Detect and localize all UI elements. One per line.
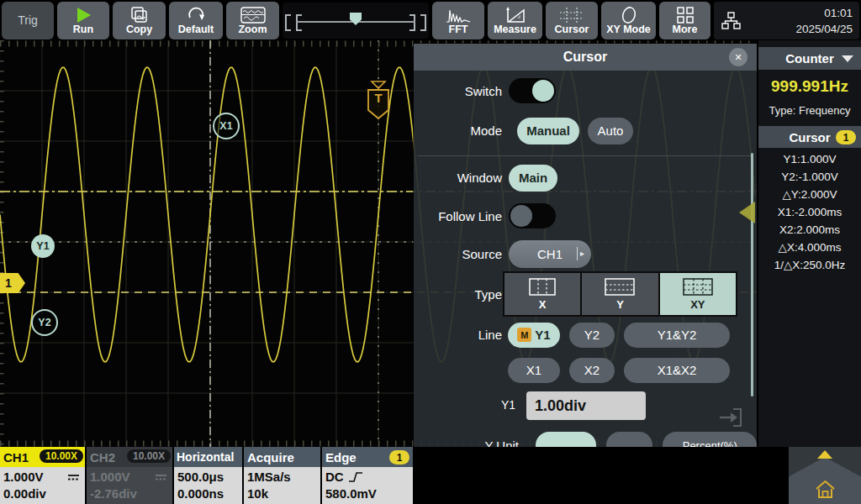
horizontal-scale: 500.0μs	[177, 469, 239, 486]
trigger-marker[interactable]: T	[365, 81, 392, 121]
zoom-icon	[240, 7, 266, 24]
fft-button[interactable]: FFT	[432, 2, 484, 39]
line-y1y2-button[interactable]: Y1&Y2	[624, 323, 730, 348]
trigger-level: 580.0mV	[325, 486, 409, 502]
m-knob-badge: M	[517, 328, 531, 342]
default-button[interactable]: Default	[169, 2, 223, 39]
window-main-button[interactable]: Main	[509, 165, 557, 192]
trigger-block[interactable]: Edge 1 DC 580.0mV	[322, 447, 413, 504]
line-label: Line	[414, 328, 502, 342]
line-x2-button[interactable]: X2	[569, 358, 615, 383]
corner-menu	[789, 447, 861, 504]
zoom-button[interactable]: Zoom	[226, 2, 279, 39]
run-button[interactable]: Run	[57, 2, 109, 39]
results-panel: Counter 999.991Hz Type: Frequency Cursor…	[758, 40, 861, 447]
line-x2-text: X2	[584, 363, 600, 377]
slider-outer-left-bracket	[285, 14, 291, 31]
zoom-label: Zoom	[238, 24, 267, 35]
more-label: More	[673, 24, 698, 35]
home-icon[interactable]	[814, 479, 837, 501]
cursor-readouts: Y1:1.000V Y2:-1.000V △Y:2.000V X1:-2.000…	[758, 150, 861, 274]
window-main-text: Main	[519, 171, 547, 185]
readout-y1: Y1:1.000V	[758, 150, 861, 168]
measure-button[interactable]: Measure	[488, 2, 542, 39]
readout-delta-y: △Y:2.000V	[758, 186, 861, 203]
cursor-x1-handle[interactable]: X1	[213, 113, 240, 139]
counter-title: Counter	[785, 51, 834, 66]
dialog-scrollbar[interactable]	[751, 153, 753, 396]
line-y1-button[interactable]: M Y1	[508, 323, 560, 348]
ch1-offset: 0.00div	[3, 486, 82, 502]
ch1-block[interactable]: CH1 10.00X 1.000V 0.00div	[0, 447, 85, 504]
xy-ellipse-icon	[618, 7, 640, 24]
mode-manual-button[interactable]: Manual	[517, 118, 579, 144]
cursor-y2-handle[interactable]: Y2	[31, 309, 58, 336]
ch1-probe-badge: 10.00X	[40, 449, 83, 463]
cursor-y1-text: Y1	[36, 240, 49, 252]
window-label: Window	[414, 171, 502, 185]
slider-inner-right-bracket	[409, 14, 415, 31]
panel-expand-arrow[interactable]	[739, 202, 755, 223]
measure-icon	[504, 7, 526, 24]
play-icon	[74, 7, 92, 24]
ch2-scale: 1.000V	[90, 469, 130, 486]
switch-label: Switch	[414, 84, 502, 98]
mode-auto-text: Auto	[598, 123, 624, 138]
mode-auto-button[interactable]: Auto	[588, 118, 633, 144]
more-button[interactable]: More	[659, 2, 710, 39]
cursor-dialog: Cursor ✕ Switch Mode Manual Auto Window …	[414, 44, 757, 447]
readout-y2: Y2:-1.000V	[758, 168, 861, 186]
line-x1-text: X1	[526, 363, 541, 377]
cursor-button[interactable]: Cursor	[546, 2, 598, 39]
line-x1x2-button[interactable]: X1&X2	[624, 358, 730, 383]
cursor-label: Cursor	[555, 24, 589, 35]
copy-label: Copy	[126, 24, 152, 35]
y1-value-field[interactable]: 1.00div	[526, 391, 646, 420]
dc-coupling-icon	[155, 474, 167, 481]
line-y2-button[interactable]: Y2	[569, 323, 615, 348]
follow-line-toggle[interactable]	[509, 203, 556, 228]
xy-mode-button[interactable]: XY Mode	[601, 2, 656, 39]
ch2-block[interactable]: CH2 10.00X 1.000V -2.76div	[87, 447, 172, 504]
counter-section-header[interactable]: Counter	[758, 47, 861, 70]
collapse-up-icon[interactable]	[817, 450, 832, 459]
y-unit-option2-button[interactable]	[606, 432, 653, 447]
horizontal-block[interactable]: Horizontal 500.0μs 0.000ns	[174, 447, 242, 504]
y-unit-percent-button[interactable]: Percent(%)	[663, 432, 757, 447]
copy-button[interactable]: Copy	[113, 2, 166, 39]
slider-thumb[interactable]	[350, 13, 362, 25]
acquire-block[interactable]: Acquire 1MSa/s 10k	[244, 447, 320, 504]
slider-inner-left-bracket	[296, 14, 302, 31]
cursor-y1-handle[interactable]: Y1	[31, 234, 55, 258]
follow-line-label: Follow Line	[414, 209, 502, 223]
source-label: Source	[414, 247, 502, 261]
more-grid-icon	[676, 7, 695, 24]
type-xy-button[interactable]: XY	[660, 273, 736, 315]
cursor-switch-toggle[interactable]	[509, 78, 556, 103]
trigger-flag-text: T	[365, 91, 392, 105]
y1-field-value: 1.00div	[535, 397, 586, 415]
enter-arrow-icon[interactable]	[716, 407, 743, 428]
y-unit-option1-button[interactable]	[536, 432, 596, 447]
cursor-results-title: Cursor	[789, 130, 830, 144]
type-y-button[interactable]: Y	[582, 273, 659, 315]
cursor-section-header[interactable]: Cursor 1	[758, 126, 861, 148]
dialog-divider	[417, 155, 753, 156]
type-x-button[interactable]: X	[504, 273, 582, 315]
toggle-knob	[510, 205, 532, 227]
source-select[interactable]: CH1 ▸	[509, 240, 591, 268]
acquire-memory-depth: 10k	[247, 486, 317, 502]
fft-label: FFT	[449, 24, 468, 35]
cursor-dialog-header[interactable]: Cursor ✕	[414, 44, 757, 71]
type-x-icon	[525, 278, 560, 298]
type-label: Type	[414, 287, 502, 302]
trig-button[interactable]: Trig	[2, 2, 54, 39]
rising-edge-icon	[348, 471, 363, 483]
mode-label: Mode	[414, 123, 502, 138]
close-icon[interactable]: ✕	[729, 48, 747, 66]
trigger-position-slider[interactable]	[283, 3, 429, 39]
run-label: Run	[73, 24, 93, 35]
line-x1-button[interactable]: X1	[508, 358, 560, 383]
fft-icon	[446, 7, 471, 24]
cursor-x1-text: X1	[219, 120, 232, 132]
